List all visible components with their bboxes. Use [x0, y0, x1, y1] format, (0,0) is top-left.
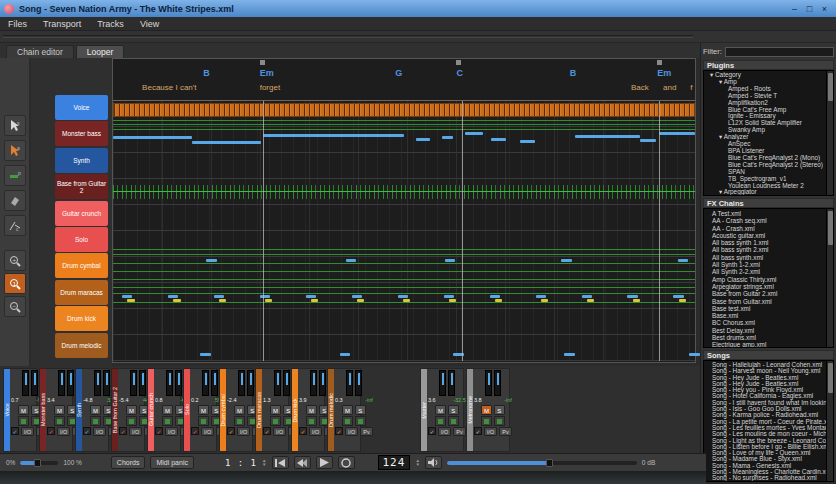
audio-clip-voice[interactable] — [113, 103, 695, 117]
skip-start-button[interactable] — [272, 456, 289, 469]
drum-note[interactable] — [398, 295, 408, 298]
enable-checkbox[interactable]: ✓ — [263, 427, 271, 435]
filter-input[interactable] — [725, 47, 834, 57]
title-bar[interactable]: Song - Seven Nation Army - The White Str… — [0, 0, 836, 17]
fxchain-item[interactable]: BC Chorus.xml — [706, 319, 825, 326]
drum-note[interactable] — [490, 295, 500, 298]
drum-note[interactable] — [346, 259, 356, 262]
mute-button[interactable]: M — [18, 405, 29, 415]
fxchain-item[interactable]: Base from Guitar 2.xml — [706, 290, 825, 297]
drum-note[interactable] — [206, 259, 216, 262]
fx-slot-button[interactable] — [342, 416, 353, 426]
record-button[interactable] — [338, 456, 355, 469]
fxchain-item[interactable]: All bass synth.xml — [706, 254, 825, 261]
io-button[interactable]: I/O — [93, 427, 106, 436]
mute-button[interactable]: M — [342, 405, 353, 415]
track-header[interactable]: Solo — [55, 227, 108, 252]
mute-button[interactable]: M — [435, 405, 446, 415]
fx-slot-button[interactable] — [435, 416, 446, 426]
midi-note-bar[interactable] — [520, 140, 535, 143]
grid-row-base-from-guitar-2[interactable] — [113, 179, 695, 205]
position-stepper[interactable]: ▲▼ — [262, 459, 266, 467]
chord-label[interactable]: B — [570, 68, 577, 78]
midi-note-bar[interactable] — [263, 134, 404, 137]
fx-slot-button[interactable] — [54, 416, 65, 426]
drum-note[interactable] — [444, 295, 454, 298]
section-marker-icon[interactable] — [657, 60, 662, 65]
plugin-item[interactable]: ▾ Analyzer — [706, 134, 825, 141]
drum-note[interactable] — [541, 299, 549, 302]
midi-panic-button[interactable]: Midi panic — [150, 456, 194, 469]
io-button[interactable]: I/O — [345, 427, 358, 436]
midi-note-bar[interactable] — [575, 135, 640, 138]
drum-note[interactable] — [564, 353, 574, 356]
fxchain-item[interactable]: Electrique amp.xml — [706, 341, 825, 348]
fxchain-item[interactable]: All bass synth 1.xml — [706, 239, 825, 246]
rewind-button[interactable] — [294, 456, 311, 469]
song-item[interactable]: Song - No surprises - Radiohead.xml — [706, 475, 825, 481]
minimize-button[interactable]: – — [787, 4, 802, 14]
chord-label[interactable]: C — [456, 68, 463, 78]
grid-row-solo[interactable] — [113, 231, 695, 257]
io-button[interactable]: I/O — [165, 427, 178, 436]
mute-button[interactable]: M — [54, 405, 65, 415]
songs-list[interactable]: Song - Hallelujah - Leonard Cohen.xmlSon… — [703, 360, 834, 482]
mixer-strip[interactable]: Metronome3.8-infMS✓I/OPv — [466, 368, 510, 452]
solo-button[interactable]: S — [448, 405, 459, 415]
chord-label[interactable]: B — [203, 68, 210, 78]
track-header[interactable]: Drum maracas — [55, 280, 108, 305]
menu-tracks[interactable]: Tracks — [89, 19, 132, 29]
mixer-strip[interactable]: Drum melodic0.3-infMS✓I/OPv — [327, 368, 361, 452]
fx-slot-button[interactable] — [162, 416, 173, 426]
arrangement-grid[interactable]: BEmGCBEmBecause I can'tforgetBackandf — [112, 58, 696, 363]
fxchain-item[interactable]: Base.xml — [706, 312, 825, 319]
drum-note[interactable] — [357, 299, 365, 302]
fx-slot-button[interactable] — [306, 416, 317, 426]
drum-note[interactable] — [122, 295, 132, 298]
fxchain-item[interactable]: A Test.xml — [706, 210, 825, 217]
tab-chain-editor[interactable]: Chain editor — [6, 45, 74, 58]
grid-row-drum-melodic[interactable] — [113, 335, 695, 361]
grid-row-drum-kick[interactable] — [113, 309, 695, 335]
mute-button[interactable]: M — [306, 405, 317, 415]
fxchain-item[interactable]: Base from Guitar.xml — [706, 298, 825, 305]
enable-checkbox[interactable]: ✓ — [119, 427, 127, 435]
note-tool[interactable]: p — [4, 165, 26, 186]
mixer-strip[interactable]: Solo0.2596.3MS✓I/OPv — [183, 368, 217, 452]
fx-slot-button[interactable] — [126, 416, 137, 426]
drum-note[interactable] — [587, 299, 595, 302]
fx-slot-button[interactable] — [355, 416, 366, 426]
drum-note[interactable] — [673, 295, 683, 298]
timeline-header[interactable]: BEmGCBEmBecause I can'tforgetBackandf — [113, 59, 695, 101]
io-button[interactable]: I/O — [129, 427, 142, 436]
plugin-item[interactable]: AnSpec — [706, 141, 825, 148]
enable-checkbox[interactable]: ✓ — [83, 427, 91, 435]
chord-label[interactable]: Em — [657, 68, 671, 78]
drum-note[interactable] — [352, 295, 362, 298]
mute-button[interactable]: M — [90, 405, 101, 415]
midi-note-bar[interactable] — [113, 136, 192, 139]
mute-button[interactable]: M — [234, 405, 245, 415]
grid-rows[interactable] — [113, 101, 695, 361]
io-button[interactable]: I/O — [438, 427, 451, 436]
fxchain-item[interactable]: All bass synth 2.xml — [706, 246, 825, 253]
drum-note[interactable] — [219, 299, 227, 302]
songs-section-header[interactable]: Songs — [703, 350, 834, 360]
fxchains-list[interactable]: A Test.xmlAA - Crash seq.xmlAA - Crash.x… — [703, 208, 834, 348]
drum-note[interactable] — [561, 259, 571, 262]
track-header[interactable]: Guitar crunch — [55, 201, 108, 226]
drum-note[interactable] — [633, 299, 641, 302]
enable-checkbox[interactable]: ✓ — [428, 427, 436, 435]
midi-note-bar[interactable] — [465, 132, 482, 135]
track-header[interactable]: Base from Guitar 2 — [55, 174, 108, 199]
tempo-stepper[interactable]: ▲▼ — [415, 459, 419, 467]
fx-slot-button[interactable] — [448, 416, 459, 426]
midi-note-bar[interactable] — [640, 139, 656, 142]
tab-looper[interactable]: Looper — [76, 45, 124, 58]
enable-checkbox[interactable]: ✓ — [191, 427, 199, 435]
mute-button[interactable]: M — [270, 405, 281, 415]
track-header[interactable]: Drum melodic — [55, 333, 108, 358]
drum-note[interactable] — [265, 299, 273, 302]
select-tool[interactable]: s — [4, 115, 26, 136]
mixer-strip[interactable]: Voice0.7-99.9MS✓I/OPv — [3, 368, 37, 452]
